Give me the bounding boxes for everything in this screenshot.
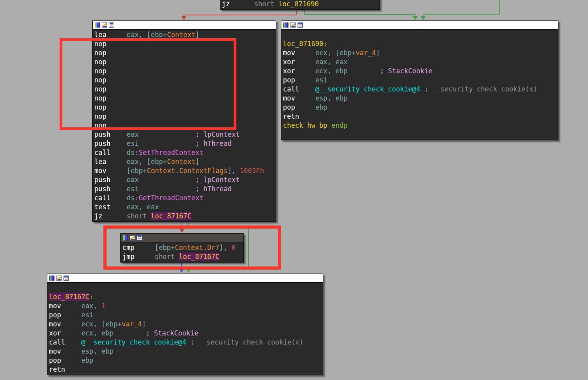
asm-token: lea	[94, 158, 127, 166]
edge-top-jz-to-left-block	[182, 9, 297, 20]
asm-token: jz	[222, 0, 254, 8]
asm-token: eax, eax	[127, 203, 159, 211]
palette-icon[interactable]	[95, 22, 100, 28]
asm-code: jz short loc_871690	[220, 0, 380, 9]
asm-token: ; lpContext	[195, 176, 240, 184]
asm-token	[348, 67, 380, 75]
asm-line[interactable]: mov [ebp+Context.ContextFlags], 1003Fh	[94, 166, 276, 175]
asm-token	[186, 338, 190, 346]
graph-node-loc-87167C[interactable]: loc_87167C:mov eax, 1pop esimov ecx, [eb…	[47, 274, 323, 375]
asm-line[interactable]: pop ebp	[283, 103, 558, 112]
asm-line[interactable]: push esi ; hThread	[94, 184, 276, 194]
asm-line[interactable]: push eax ; lpContext	[94, 130, 276, 139]
asm-line[interactable]: mov esp, ebp	[283, 94, 558, 103]
node-titlebar[interactable]	[93, 21, 276, 30]
asm-code: loc_87167C:mov eax, 1pop esimov ecx, [eb…	[47, 283, 323, 375]
asm-line[interactable]: mov ecx, [ebp+var_4]	[49, 320, 323, 329]
asm-line[interactable]: pop esi	[283, 76, 558, 85]
asm-token: ; StackCookie	[380, 67, 433, 75]
asm-token: 1	[101, 302, 105, 310]
palette-icon[interactable]	[283, 22, 288, 28]
asm-token: esi	[127, 185, 139, 193]
node-titlebar[interactable]	[281, 21, 558, 30]
edit-icon[interactable]	[290, 22, 296, 28]
asm-token: eax	[127, 176, 139, 184]
asm-line[interactable]: mov eax, 1	[49, 302, 323, 311]
asm-token: mov	[283, 49, 315, 57]
asm-token: eax,	[81, 302, 101, 310]
asm-line[interactable]: test eax, eax	[94, 203, 276, 212]
asm-line[interactable]: jz short loc_871690	[222, 0, 380, 9]
asm-token: Context.ContextFlags	[147, 167, 228, 175]
asm-line[interactable]: loc_871690:	[283, 39, 558, 48]
graph-node-loc-871690[interactable]: loc_871690:mov ecx, [ebp+var_4]xor eax, …	[281, 20, 558, 140]
asm-token: mov	[49, 320, 81, 328]
asm-token: pop	[283, 103, 315, 111]
asm-line[interactable]: retn	[283, 112, 558, 121]
asm-token: [ebp+	[127, 167, 147, 175]
asm-line[interactable]: pop ebp	[49, 356, 323, 365]
asm-line[interactable]: pop esi	[49, 311, 323, 320]
asm-line[interactable]	[283, 30, 558, 39]
asm-token: mov	[283, 94, 315, 102]
asm-token: ; __security_check_cookie(x)	[190, 338, 303, 346]
asm-line[interactable]: call @__security_check_cookie@4 ; __secu…	[283, 85, 558, 94]
asm-token: var_4	[356, 49, 376, 57]
asm-line[interactable]: lea eax, [ebp+Context]	[94, 157, 276, 166]
asm-token: SetThreadContext	[139, 149, 204, 156]
asm-token: eax, [ebp+	[127, 158, 167, 166]
flowchart-icon[interactable]	[64, 276, 69, 281]
edit-icon[interactable]	[56, 276, 62, 281]
asm-line[interactable]: check_hw_bp endp	[283, 121, 558, 130]
graph-canvas[interactable]: { "app": "IDA Pro graph view", "function…	[0, 0, 588, 380]
asm-token: pop	[49, 311, 81, 319]
asm-token: eax	[127, 130, 139, 138]
asm-token	[328, 121, 331, 129]
asm-token: xor	[283, 58, 315, 66]
asm-line[interactable]: call @__security_check_cookie@4 ; __secu…	[49, 338, 323, 347]
edge-top-jz-to-right-block	[304, 9, 418, 20]
edge-offscreen-to-right-block	[421, 0, 499, 20]
node-titlebar[interactable]	[47, 274, 323, 283]
asm-line[interactable]: push eax ; lpContext	[94, 175, 276, 184]
asm-token: call	[283, 85, 315, 93]
asm-token: :	[89, 293, 93, 301]
edit-icon[interactable]	[102, 22, 107, 28]
asm-line[interactable]	[49, 283, 323, 292]
asm-token: esp, ebp	[81, 347, 114, 355]
asm-line[interactable]: xor eax, eax	[283, 58, 558, 67]
asm-line[interactable]: mov esp, ebp	[49, 347, 323, 356]
asm-token: ds:	[127, 194, 139, 202]
asm-token: eax, eax	[315, 58, 348, 66]
asm-token: ; StackCookie	[146, 329, 198, 337]
asm-token: ],	[228, 167, 240, 175]
asm-line[interactable]: call ds:SetThreadContext	[94, 148, 276, 157]
asm-token: call	[49, 338, 81, 346]
asm-token: pop	[49, 356, 81, 364]
asm-token: retn	[49, 365, 65, 373]
asm-token: mov	[49, 347, 81, 355]
asm-token: loc_87167C	[49, 293, 89, 301]
asm-line[interactable]: retn	[49, 365, 323, 374]
flowchart-icon[interactable]	[109, 22, 114, 28]
flowchart-icon[interactable]	[298, 22, 303, 28]
asm-line[interactable]: xor ecx, ebp ; StackCookie	[49, 329, 323, 338]
asm-token: ecx, ebp	[81, 329, 114, 337]
asm-token: retn	[283, 112, 299, 120]
asm-line[interactable]: mov ecx, [ebp+var_4]	[283, 48, 558, 58]
asm-token: ; lpContext	[195, 130, 240, 138]
asm-line[interactable]: loc_87167C:	[49, 292, 323, 302]
asm-line[interactable]: push esi ; hThread	[94, 139, 276, 148]
asm-line[interactable]: call ds:GetThreadContext	[94, 194, 276, 203]
asm-token: esi	[315, 76, 328, 84]
asm-token: ]	[142, 320, 146, 328]
asm-token	[420, 85, 424, 93]
palette-icon[interactable]	[49, 276, 54, 281]
graph-node-jz-871690[interactable]: jz short loc_871690	[220, 0, 380, 10]
asm-token: loc_87167C	[151, 212, 191, 220]
asm-token: ecx, [ebp+	[315, 49, 356, 57]
asm-line[interactable]: jz short loc_87167C	[94, 212, 276, 221]
asm-line[interactable]: xor ecx, ebp ; StackCookie	[283, 67, 558, 76]
asm-token: ; hThread	[195, 185, 232, 193]
asm-line[interactable]	[283, 130, 558, 139]
